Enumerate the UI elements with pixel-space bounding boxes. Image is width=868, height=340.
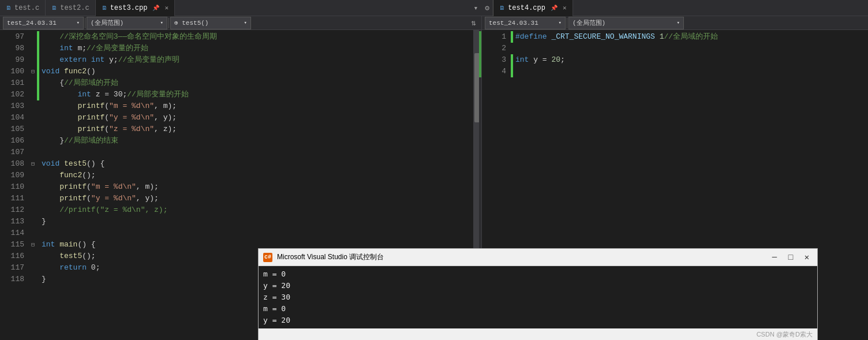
tab-test-c[interactable]: 🗎 test.c (0, 0, 46, 16)
debug-titlebar: c# Microsoft Visual Studio 调试控制台 ─ □ ✕ (259, 249, 817, 266)
tab-test3-cpp[interactable]: 🗎 test3.cpp 📌 ✕ (96, 0, 175, 16)
code-line: void func2() (39, 66, 473, 77)
code-line (513, 66, 868, 77)
close-tab-btn[interactable]: ✕ (164, 4, 169, 12)
func-dropdown-left[interactable]: ⊕ test5() ▾ (170, 17, 251, 29)
scope-label: test_24.03.31 (489, 20, 538, 27)
tab-label: test3.cpp (110, 4, 148, 12)
code-line: printf("y = %d\n", y); (39, 193, 473, 204)
code-line: {//局部域的开始 (39, 77, 473, 89)
code-line: void test5() { (39, 158, 473, 170)
debug-title: Microsoft Visual Studio 调试控制台 (277, 252, 764, 262)
scope-dropdown-left[interactable]: test_24.03.31 ▾ (3, 17, 84, 29)
minimize-btn[interactable]: ─ (769, 252, 780, 263)
code-line: int y = 20; (513, 54, 868, 66)
watermark: CSDN @蒙奇D索大 (757, 330, 813, 339)
code-line: //深挖命名空间3——命名空间中对象的生命周期 (39, 31, 473, 43)
code-line: printf("m = %d\n", m); (39, 100, 473, 112)
code-line: #define _CRT_SECURE_NO_WARNINGS 1//全局域的开… (513, 31, 868, 43)
separator (567, 18, 567, 28)
close-btn[interactable]: ✕ (801, 252, 813, 263)
dropdown-arrow: ▾ (677, 20, 680, 26)
file-icon: 🗎 (51, 5, 57, 12)
ide-window: 🗎 test.c 🗎 test2.c 🗎 test3.cpp 📌 ✕ ▾ ⚙ 🗎… (0, 0, 868, 340)
left-toolbar: test_24.03.31 ▾ (全局范围) ▾ ⊕ test5() ▾ ⇅ (0, 16, 481, 30)
range-label: (全局范围) (91, 18, 124, 27)
code-line: int z = 30;//局部变量的开始 (39, 89, 473, 100)
code-line (39, 227, 473, 239)
vs-icon: c# (263, 253, 272, 262)
code-line: printf("m = %d\n", m); (39, 181, 473, 193)
pin-icon: 📌 (152, 5, 159, 12)
range-dropdown-left[interactable]: (全局范围) ▾ (87, 17, 167, 29)
code-line: } (39, 216, 473, 227)
separator (169, 18, 169, 28)
tab-label: test4.cpp (508, 4, 545, 12)
maximize-btn[interactable]: □ (785, 252, 796, 263)
dropdown-arrow: ▾ (160, 20, 163, 26)
file-icon: 🗎 (499, 5, 505, 12)
scope-dropdown-right[interactable]: test_24.03.31 ▾ (485, 17, 566, 29)
right-toolbar: test_24.03.31 ▾ (全局范围) ▾ (482, 16, 868, 30)
settings-btn[interactable]: ⚙ (481, 3, 493, 13)
code-line: printf("y = %d\n", y); (39, 112, 473, 124)
split-editor-btn[interactable]: ⇅ (469, 18, 478, 28)
code-line: extern int y;//全局变量的声明 (39, 54, 473, 66)
collapse-gutter: ⊟⊟⊟ (29, 30, 37, 340)
code-line: }//局部域的结束 (39, 135, 473, 147)
code-line: func2(); (39, 170, 473, 181)
tab-overflow-btn[interactable]: ▾ (470, 3, 482, 13)
code-line: //printf("z = %d\n", z); (39, 204, 473, 216)
code-line (39, 147, 473, 158)
file-icon: 🗎 (6, 5, 12, 12)
file-icon: 🗎 (102, 5, 107, 12)
dropdown-arrow: ▾ (244, 20, 247, 26)
range-label: (全局范围) (573, 18, 605, 27)
tab-label: test2.c (60, 4, 89, 12)
collapse-btn[interactable]: ⊟ (31, 68, 35, 75)
scope-label: test_24.03.31 (7, 20, 57, 27)
tab-test4-cpp[interactable]: 🗎 test4.cpp 📌 ✕ (493, 0, 573, 16)
dropdown-arrow: ▾ (559, 20, 562, 26)
dropdown-arrow: ▾ (77, 20, 80, 26)
debug-footer: CSDN @蒙奇D索大 (259, 328, 817, 340)
debug-console: c# Microsoft Visual Studio 调试控制台 ─ □ ✕ m… (258, 248, 818, 340)
line-numbers: 9798991001011021031041051061071081091101… (0, 30, 29, 340)
code-line: int m;//全局变量的开始 (39, 43, 473, 54)
main-tab-bar: 🗎 test.c 🗎 test2.c 🗎 test3.cpp 📌 ✕ ▾ ⚙ 🗎… (0, 0, 868, 16)
separator (85, 18, 85, 28)
func-label: ⊕ test5() (174, 19, 208, 27)
close-tab-btn[interactable]: ✕ (563, 4, 567, 12)
pin-icon: 📌 (551, 5, 558, 12)
code-line: printf("z = %d\n", z); (39, 124, 473, 135)
collapse-btn[interactable]: ⊟ (31, 241, 35, 248)
collapse-btn[interactable]: ⊟ (31, 160, 35, 167)
debug-output: m = 0y = 20z = 30m = 0y = 20 (259, 266, 817, 328)
tab-label: test.c (14, 4, 39, 12)
code-line (513, 43, 868, 54)
tab-test2-c[interactable]: 🗎 test2.c (46, 0, 95, 16)
range-dropdown-right[interactable]: (全局范围) ▾ (568, 17, 684, 29)
